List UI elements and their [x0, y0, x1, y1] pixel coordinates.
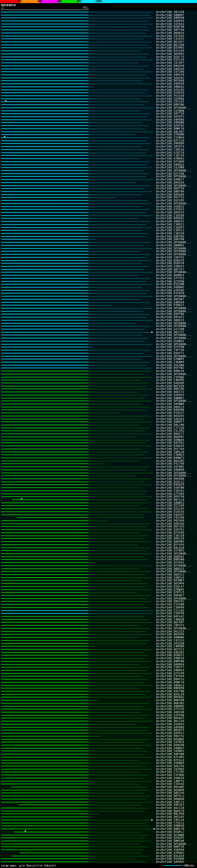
hit-accession-label[interactable]: UniRef100_Q2XC75 — [156, 55, 185, 58]
hit-accession-label[interactable]: UniRef100_Q9O119 — [156, 537, 185, 540]
hit-accession-label[interactable]: UniRef100_B2B5U8 — [156, 744, 185, 746]
hit-accession-label[interactable]: UniRef100_C1BZH7 — [156, 226, 185, 229]
hit-accession-label[interactable]: UniRef100_B7FGL4 — [156, 759, 185, 762]
hit-accession-label[interactable]: UniRef100_Q9PTD6 — [156, 313, 185, 316]
hit-accession-label[interactable]: UniRef100_Q40DJ7 — [156, 178, 185, 181]
hit-accession-label[interactable]: UniRef100_B4QXQ9 — [156, 381, 185, 384]
hit-accession-label[interactable]: UniRef100_B9IEH5 — [156, 414, 185, 417]
hit-accession-label[interactable]: UniRef100_Q4P0V4 — [156, 663, 185, 666]
hit-accession-label[interactable]: UniRef100_C6T4P7 — [156, 62, 185, 64]
hit-accession-label[interactable]: UniRef100_Q8LH97 — [156, 130, 185, 133]
hit-accession-label[interactable]: UniRef100_C6KTH1 — [156, 256, 185, 259]
hit-accession-label[interactable]: UniRef100_A7NUV2 — [156, 157, 185, 160]
hit-accession-label[interactable]: UniRef100_C6TNH0 — [156, 109, 185, 112]
hit-accession-label[interactable]: UniRef100_B8LPU0 — [156, 813, 185, 815]
hit-accession-label[interactable]: UniRef100_B6QPB7 — [156, 435, 185, 438]
hit-accession-label[interactable]: UniRef100_C7SSJ1 — [156, 822, 185, 824]
hit-accession-label[interactable]: UniRef100_A2YQK3 — [156, 549, 185, 552]
hit-accession-label[interactable]: UniRef100_A5BTW9 — [156, 487, 185, 489]
hit-accession-label[interactable]: UniRef100_B9WF19 — [156, 681, 185, 684]
hit-accession-label[interactable]: UniRef100_Q946Z4 — [156, 181, 185, 184]
hit-accession-label[interactable]: UniRef100_B674E7 — [156, 41, 185, 43]
hit-accession-label[interactable]: UniRef100_C6SWV2 — [156, 750, 185, 752]
hit-accession-label[interactable]: UniRef100_B5DGY9 — [156, 259, 185, 262]
hit-accession-label[interactable]: UniRef100_Q7RTL5 — [156, 591, 185, 594]
hit-accession-label[interactable]: UniRef100_C8V1J6 — [156, 818, 185, 821]
hit-accession-label[interactable]: UniRef100_Q9XGV6 — [156, 193, 185, 196]
hit-accession-label[interactable]: UniRef100_A4R7J1 — [156, 801, 185, 803]
hit-accession-label[interactable]: UniRef100_A2Q931 — [156, 205, 185, 208]
hit-accession-label[interactable]: UniRef100_A5K850 — [156, 848, 185, 851]
hit-accession-label[interactable]: UniRef100_Q04014 — [156, 31, 185, 34]
hit-accession-label[interactable]: UniRef100_C4R030 — [156, 618, 185, 621]
hit-accession-label[interactable]: UniRef100_O18556 — [156, 510, 185, 513]
hit-accession-label[interactable]: UniRef100_C0Z1U0 — [156, 516, 185, 519]
hit-accession-label[interactable]: UniRef100_UPI0000... — [156, 169, 191, 172]
hit-accession-label[interactable]: UniRef100_Q44C02 — [156, 76, 185, 79]
hit-accession-label[interactable]: UniRef100_B6TSS9 — [156, 384, 185, 388]
hit-accession-label[interactable]: UniRef100_A4P6K6 — [156, 726, 185, 728]
hit-accession-label[interactable]: UniRef100_A8QE52 — [156, 220, 185, 223]
hit-accession-label[interactable]: UniRef100_A2XH19 — [156, 91, 185, 94]
hit-accession-label[interactable]: UniRef100_C6JUM9 — [156, 166, 185, 169]
hit-accession-label[interactable]: UniRef100_P29327 — [156, 412, 185, 414]
hit-accession-label[interactable]: UniRef100_Q9M3H8 — [156, 17, 185, 20]
hit-accession-label[interactable]: UniRef100_UPI0000... — [156, 337, 191, 340]
hit-accession-label[interactable]: UniRef100_Q6K9N5 — [156, 540, 185, 543]
hit-accession-label[interactable]: UniRef100_C1BIQ6 — [156, 214, 185, 217]
hit-accession-label[interactable]: UniRef100_P47838 — [156, 292, 185, 295]
hit-accession-label[interactable]: UniRef100_UPI0000... — [156, 271, 191, 274]
hit-accession-label[interactable]: UniRef100_Q6FJH3 — [156, 525, 185, 528]
hit-accession-label[interactable]: UniRef100_Q742K3 — [156, 561, 185, 564]
hit-accession-label[interactable]: UniRef100_B9FW57 — [156, 594, 185, 597]
hit-accession-label[interactable]: UniRef100_P05752 — [156, 735, 185, 738]
hit-accession-label[interactable]: UniRef100_A7SGC3 — [156, 208, 185, 211]
hit-accession-label[interactable]: UniRef100_C1B150 — [156, 232, 185, 235]
hit-accession-label[interactable]: UniRef100_A0NBD7 — [156, 397, 185, 399]
hit-accession-label[interactable]: UniRef100_C6TLD1 — [156, 100, 185, 103]
hit-accession-label[interactable]: UniRef100_Q95V32 — [156, 211, 185, 214]
hit-accession-label[interactable]: UniRef100_C5D1K2 — [156, 489, 185, 492]
hit-accession-label[interactable]: UniRef100_C4M5B9 — [156, 645, 185, 648]
hit-accession-label[interactable]: UniRef100_UPI0000... — [156, 250, 191, 253]
hit-accession-label[interactable]: UniRef100_B6SVV6 — [156, 633, 185, 636]
hit-accession-label[interactable]: UniRef100_Q9LLM6 — [156, 424, 185, 427]
hit-accession-label[interactable]: UniRef100_C4Y3S1 — [156, 639, 185, 642]
hit-accession-label[interactable]: UniRef100_B5Y4X4 — [156, 543, 185, 546]
hit-accession-label[interactable]: UniRef100_A7QTJ9 — [156, 151, 185, 154]
hit-accession-label[interactable]: UniRef100_B7FIJ8 — [156, 139, 185, 142]
hit-accession-label[interactable]: UniRef100_C1BYL3 — [156, 229, 185, 232]
hit-accession-label[interactable]: UniRef100_P02369 — [156, 520, 185, 522]
hit-accession-label[interactable]: UniRef100_C7TJZ9 — [156, 427, 185, 429]
hit-accession-label[interactable]: UniRef100_UPI0000... — [156, 373, 191, 375]
hit-accession-label[interactable]: UniRef100_A3E4E4 — [156, 417, 185, 420]
hit-accession-label[interactable]: UniRef100_UPI0000... — [156, 325, 191, 328]
hit-accession-label[interactable]: UniRef100_B6K3B2 — [156, 702, 185, 705]
hit-accession-label[interactable]: UniRef100_C0P3T3 — [156, 624, 185, 627]
hit-accession-label[interactable]: UniRef100_B3L8I9 — [156, 855, 185, 857]
hit-accession-label[interactable]: UniRef100_UPI0000... — [156, 175, 191, 178]
hit-accession-label[interactable]: UniRef100_Q8BT09 — [156, 190, 185, 193]
hit-accession-label[interactable]: UniRef100_UPI0000... — [156, 570, 191, 573]
hit-accession-label[interactable]: UniRef100_A9RVN0 — [156, 121, 185, 124]
hit-accession-label[interactable]: UniRef100_Q6B0H8 — [156, 798, 185, 800]
hit-accession-label[interactable]: UniRef100_Q7RW93 — [156, 588, 185, 591]
hit-accession-label[interactable]: UniRef100_C1BV90 — [156, 606, 185, 609]
hit-accession-label[interactable]: UniRef100_A4RUU1 — [156, 163, 185, 166]
hit-accession-label[interactable]: UniRef100_B8N270 — [156, 828, 185, 831]
hit-accession-label[interactable]: UniRef100_Q75LR5 — [156, 88, 185, 91]
hit-accession-label[interactable]: UniRef100_Q5QBH3 — [156, 340, 185, 342]
hit-accession-label[interactable]: UniRef100_B9MF39 — [156, 127, 185, 130]
hit-accession-label[interactable]: UniRef100_Q9SF40 — [156, 495, 185, 498]
hit-accession-label[interactable]: UniRef100_B6HG79 — [156, 809, 185, 812]
hit-accession-label[interactable]: UniRef100_A9P9D9 — [156, 142, 185, 145]
hit-accession-label[interactable]: UniRef100_Q6SPR3 — [156, 52, 185, 55]
hit-accession-label[interactable]: UniRef100_P41798 — [156, 463, 185, 465]
hit-accession-label[interactable]: UniRef100_Q7RHH2 — [156, 851, 185, 854]
hit-accession-label[interactable]: UniRef100_Q3HVX4 — [156, 20, 185, 23]
hit-accession-label[interactable]: UniRef100_A8NQ07 — [156, 13, 185, 16]
hit-accession-label[interactable]: UniRef100_A7PY90 — [156, 714, 185, 716]
hit-accession-label[interactable]: UniRef100_UPI0000... — [156, 564, 191, 567]
hit-accession-label[interactable]: UniRef100_P62753 — [156, 196, 185, 199]
hit-accession-label[interactable]: UniRef100_B4NWT3 — [156, 456, 185, 459]
